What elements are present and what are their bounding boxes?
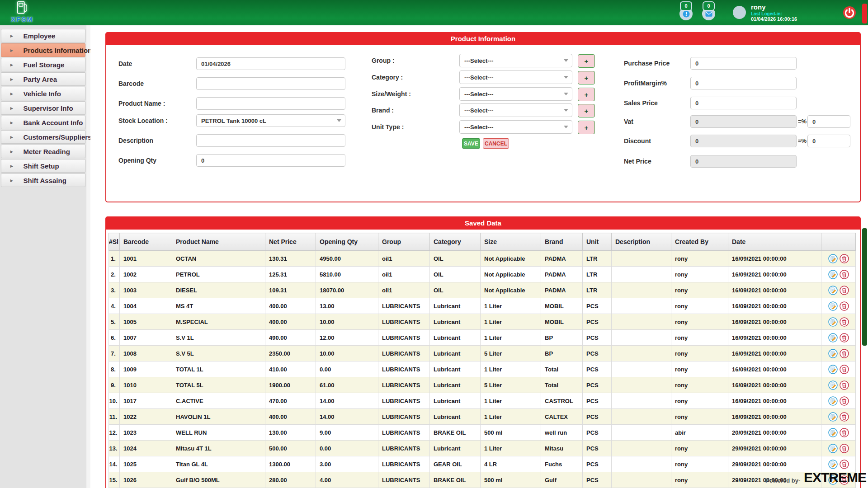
edit-icon[interactable] <box>828 333 838 343</box>
sidebar-item-meter-reading[interactable]: ▸Meter Reading <box>1 145 85 158</box>
date-input[interactable] <box>196 57 345 70</box>
edit-icon[interactable] <box>828 270 838 279</box>
cell: 500.00 <box>265 441 316 456</box>
cell: LTR <box>583 251 612 267</box>
vat-percent-input[interactable] <box>807 115 850 128</box>
cell: PCS <box>583 377 612 393</box>
delete-icon[interactable] <box>840 460 849 469</box>
description-input[interactable] <box>196 134 345 147</box>
scrollbar-thumb[interactable] <box>862 228 867 346</box>
edit-icon[interactable] <box>828 317 838 327</box>
delete-icon[interactable] <box>840 254 849 263</box>
sidebar-item-party-area[interactable]: ▸Party Area <box>1 72 85 86</box>
profit-margin-input[interactable] <box>690 77 797 89</box>
edit-icon[interactable] <box>828 428 838 437</box>
cell: 16/09/2021 00:00:00 <box>728 330 821 346</box>
purchase-price-input[interactable] <box>690 57 797 70</box>
cell: TOTAL 5L <box>172 377 265 393</box>
cell <box>612 377 671 393</box>
save-button[interactable]: SAVE <box>462 138 480 149</box>
chevron-down-icon <box>564 76 568 79</box>
cell: LUBRICANTS <box>378 441 430 456</box>
cancel-button[interactable]: CANCEL <box>483 138 509 149</box>
brand-add-button[interactable]: + <box>578 104 595 117</box>
sidebar-item-products-information[interactable]: ▸Products Information <box>1 43 85 57</box>
table-row: 10.1017C.ACTIVE470.0014.00LUBRICANTSLubr… <box>109 393 856 409</box>
unit-type-add-button[interactable]: + <box>578 121 595 134</box>
sidebar-item-shift-setup[interactable]: ▸Shift Setup <box>1 159 85 173</box>
delete-icon[interactable] <box>840 380 849 390</box>
row-actions <box>821 409 856 425</box>
sidebar-item-vehicle-info[interactable]: ▸Vehicle Info <box>1 87 85 100</box>
discount-percent-input[interactable] <box>807 135 850 147</box>
edit-icon[interactable] <box>828 301 838 311</box>
cell: 400.00 <box>265 314 316 330</box>
delete-icon[interactable] <box>840 301 849 311</box>
chevron-down-icon <box>564 59 568 62</box>
app-logo[interactable]: XFSM <box>8 0 36 23</box>
cell: S.V 5L <box>172 346 265 361</box>
logout-button[interactable] <box>843 6 856 19</box>
size-weight-add-button[interactable]: + <box>578 88 595 101</box>
opening-qty-input[interactable] <box>196 154 345 167</box>
sidebar-item-supervisor-info[interactable]: ▸Supervisor Info <box>1 101 85 115</box>
delete-icon[interactable] <box>840 365 849 374</box>
column-header-group: Group <box>378 233 430 251</box>
sidebar-item-shift-assaing[interactable]: ▸Shift Assaing <box>1 174 85 187</box>
cell: 16/09/2021 00:00:00 <box>728 346 821 361</box>
edit-icon[interactable] <box>828 365 838 374</box>
delete-icon[interactable] <box>840 333 849 343</box>
cell: 1 Liter <box>481 441 541 456</box>
delete-icon[interactable] <box>840 286 849 295</box>
edit-icon[interactable] <box>828 412 838 422</box>
sidebar-item-employee[interactable]: ▸Employee <box>1 29 85 42</box>
edit-icon[interactable] <box>828 396 838 406</box>
sales-price-input[interactable] <box>690 97 797 109</box>
edit-icon[interactable] <box>828 349 838 358</box>
delete-icon[interactable] <box>840 412 849 422</box>
cell: 1001 <box>120 251 172 267</box>
delete-icon[interactable] <box>840 396 849 406</box>
cell: Titan GL 4L <box>172 456 265 472</box>
unit-type-value: ---Select--- <box>464 124 493 131</box>
edit-icon[interactable] <box>828 254 838 263</box>
edit-icon[interactable] <box>828 444 838 453</box>
scrollbar-thumb-top[interactable] <box>862 4 867 23</box>
avatar[interactable] <box>733 6 746 19</box>
delete-icon[interactable] <box>840 349 849 358</box>
category-select[interactable]: ---Select--- <box>459 70 572 84</box>
cell <box>612 251 671 267</box>
sidebar-item-customers-suppliers[interactable]: ▸Customers/Suppliers <box>1 130 85 144</box>
barcode-input[interactable] <box>196 77 345 90</box>
sidebar-item-label: Supervisor Info <box>24 104 73 112</box>
group-add-button[interactable]: + <box>578 54 595 68</box>
delete-icon[interactable] <box>840 317 849 327</box>
cell: LUBRICANTS <box>378 472 430 488</box>
brand-select[interactable]: ---Select--- <box>459 103 572 117</box>
sidebar-item-label: Shift Setup <box>24 162 59 170</box>
category-add-button[interactable]: + <box>578 71 595 84</box>
stock-location-select[interactable]: PETROL Tank 10000 cL <box>196 114 345 127</box>
username: rony <box>751 3 766 11</box>
size-weight-select[interactable]: ---Select--- <box>459 87 572 101</box>
cell <box>612 425 671 441</box>
delete-icon[interactable] <box>840 444 849 453</box>
product-name-input[interactable] <box>196 97 345 110</box>
cell: HAVOLIN 1L <box>172 409 265 425</box>
group-value: ---Select--- <box>464 57 493 64</box>
sidebar-item-fuel-storage[interactable]: ▸Fuel Storage <box>1 58 85 71</box>
sidebar-item-label: Shift Assaing <box>24 177 66 184</box>
cell: 470.00 <box>265 393 316 409</box>
cell <box>612 314 671 330</box>
delete-icon[interactable] <box>840 270 849 279</box>
unit-type-select[interactable]: ---Select--- <box>459 120 572 134</box>
cell: Gulf B/O 500ML <box>172 472 265 488</box>
group-select[interactable]: ---Select--- <box>459 54 572 67</box>
cell: BRAKE OIL <box>430 472 481 488</box>
edit-icon[interactable] <box>828 380 838 390</box>
delete-icon[interactable] <box>840 428 849 437</box>
sidebar-item-bank-account-info[interactable]: ▸Bank Account Info <box>1 116 85 129</box>
edit-icon[interactable] <box>828 460 838 469</box>
edit-icon[interactable] <box>828 286 838 295</box>
cell: BP <box>541 330 583 346</box>
